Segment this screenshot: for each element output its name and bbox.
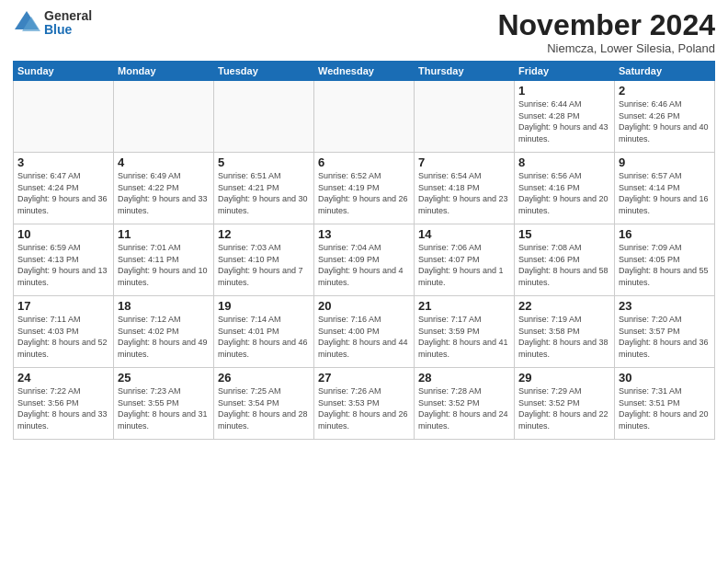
day-number: 30 — [619, 371, 711, 385]
table-row — [415, 81, 515, 153]
day-info: Sunrise: 7:22 AM Sunset: 3:56 PM Dayligh… — [17, 385, 109, 431]
table-row: 11Sunrise: 7:01 AM Sunset: 4:11 PM Dayli… — [114, 224, 214, 296]
day-info: Sunrise: 7:20 AM Sunset: 3:57 PM Dayligh… — [619, 314, 711, 360]
day-number: 23 — [619, 299, 711, 313]
day-info: Sunrise: 7:09 AM Sunset: 4:05 PM Dayligh… — [619, 242, 711, 288]
col-friday: Friday — [515, 62, 615, 81]
day-number: 29 — [518, 371, 610, 385]
col-tuesday: Tuesday — [214, 62, 314, 81]
day-number: 3 — [17, 155, 109, 169]
table-row: 18Sunrise: 7:12 AM Sunset: 4:02 PM Dayli… — [114, 296, 214, 368]
day-number: 19 — [218, 299, 310, 313]
day-info: Sunrise: 6:59 AM Sunset: 4:13 PM Dayligh… — [17, 242, 109, 288]
day-number: 14 — [418, 227, 510, 241]
day-info: Sunrise: 7:06 AM Sunset: 4:07 PM Dayligh… — [418, 242, 510, 288]
calendar: Sunday Monday Tuesday Wednesday Thursday… — [13, 61, 715, 440]
day-number: 7 — [418, 155, 510, 169]
table-row: 28Sunrise: 7:28 AM Sunset: 3:52 PM Dayli… — [415, 368, 515, 440]
table-row: 5Sunrise: 6:51 AM Sunset: 4:21 PM Daylig… — [214, 153, 314, 224]
table-row: 19Sunrise: 7:14 AM Sunset: 4:01 PM Dayli… — [214, 296, 314, 368]
col-wednesday: Wednesday — [314, 62, 415, 81]
table-row: 10Sunrise: 6:59 AM Sunset: 4:13 PM Dayli… — [14, 224, 114, 296]
week-row-3: 17Sunrise: 7:11 AM Sunset: 4:03 PM Dayli… — [14, 296, 715, 368]
day-number: 25 — [118, 371, 210, 385]
table-row — [314, 81, 415, 153]
day-number: 27 — [318, 371, 410, 385]
title-block: November 2024 Niemcza, Lower Silesia, Po… — [497, 9, 715, 55]
day-info: Sunrise: 7:04 AM Sunset: 4:09 PM Dayligh… — [318, 242, 410, 288]
col-saturday: Saturday — [615, 62, 715, 81]
day-number: 6 — [318, 155, 410, 169]
day-info: Sunrise: 7:16 AM Sunset: 4:00 PM Dayligh… — [318, 314, 410, 360]
table-row: 7Sunrise: 6:54 AM Sunset: 4:18 PM Daylig… — [415, 153, 515, 224]
logo: General Blue — [13, 9, 92, 38]
day-info: Sunrise: 7:31 AM Sunset: 3:51 PM Dayligh… — [619, 385, 711, 431]
header: General Blue November 2024 Niemcza, Lowe… — [13, 9, 715, 55]
day-number: 18 — [118, 299, 210, 313]
table-row: 25Sunrise: 7:23 AM Sunset: 3:55 PM Dayli… — [114, 368, 214, 440]
week-row-0: 1Sunrise: 6:44 AM Sunset: 4:28 PM Daylig… — [14, 81, 715, 153]
day-info: Sunrise: 6:57 AM Sunset: 4:14 PM Dayligh… — [619, 170, 711, 216]
day-info: Sunrise: 6:51 AM Sunset: 4:21 PM Dayligh… — [218, 170, 310, 216]
day-info: Sunrise: 6:44 AM Sunset: 4:28 PM Dayligh… — [518, 98, 610, 144]
col-thursday: Thursday — [415, 62, 515, 81]
calendar-header-row: Sunday Monday Tuesday Wednesday Thursday… — [14, 62, 715, 81]
day-number: 1 — [518, 84, 610, 98]
day-number: 4 — [118, 155, 210, 169]
day-number: 17 — [17, 299, 109, 313]
day-number: 26 — [218, 371, 310, 385]
table-row: 23Sunrise: 7:20 AM Sunset: 3:57 PM Dayli… — [615, 296, 715, 368]
day-number: 8 — [518, 155, 610, 169]
table-row: 8Sunrise: 6:56 AM Sunset: 4:16 PM Daylig… — [515, 153, 615, 224]
table-row: 27Sunrise: 7:26 AM Sunset: 3:53 PM Dayli… — [314, 368, 415, 440]
table-row: 9Sunrise: 6:57 AM Sunset: 4:14 PM Daylig… — [615, 153, 715, 224]
table-row: 2Sunrise: 6:46 AM Sunset: 4:26 PM Daylig… — [615, 81, 715, 153]
logo-blue: Blue — [44, 23, 92, 37]
table-row: 17Sunrise: 7:11 AM Sunset: 4:03 PM Dayli… — [14, 296, 114, 368]
day-number: 20 — [318, 299, 410, 313]
day-info: Sunrise: 6:52 AM Sunset: 4:19 PM Dayligh… — [318, 170, 410, 216]
week-row-2: 10Sunrise: 6:59 AM Sunset: 4:13 PM Dayli… — [14, 224, 715, 296]
table-row — [14, 81, 114, 153]
day-info: Sunrise: 6:46 AM Sunset: 4:26 PM Dayligh… — [619, 98, 711, 144]
day-info: Sunrise: 7:23 AM Sunset: 3:55 PM Dayligh… — [118, 385, 210, 431]
day-number: 22 — [518, 299, 610, 313]
day-info: Sunrise: 7:19 AM Sunset: 3:58 PM Dayligh… — [518, 314, 610, 360]
day-info: Sunrise: 7:29 AM Sunset: 3:52 PM Dayligh… — [518, 385, 610, 431]
table-row: 29Sunrise: 7:29 AM Sunset: 3:52 PM Dayli… — [515, 368, 615, 440]
day-info: Sunrise: 7:26 AM Sunset: 3:53 PM Dayligh… — [318, 385, 410, 431]
day-info: Sunrise: 7:17 AM Sunset: 3:59 PM Dayligh… — [418, 314, 510, 360]
logo-text: General Blue — [44, 9, 92, 38]
table-row: 16Sunrise: 7:09 AM Sunset: 4:05 PM Dayli… — [615, 224, 715, 296]
table-row: 13Sunrise: 7:04 AM Sunset: 4:09 PM Dayli… — [314, 224, 415, 296]
table-row: 30Sunrise: 7:31 AM Sunset: 3:51 PM Dayli… — [615, 368, 715, 440]
day-number: 24 — [17, 371, 109, 385]
day-info: Sunrise: 7:03 AM Sunset: 4:10 PM Dayligh… — [218, 242, 310, 288]
week-row-1: 3Sunrise: 6:47 AM Sunset: 4:24 PM Daylig… — [14, 153, 715, 224]
day-number: 15 — [518, 227, 610, 241]
day-number: 5 — [218, 155, 310, 169]
day-info: Sunrise: 7:14 AM Sunset: 4:01 PM Dayligh… — [218, 314, 310, 360]
table-row: 14Sunrise: 7:06 AM Sunset: 4:07 PM Dayli… — [415, 224, 515, 296]
day-info: Sunrise: 6:56 AM Sunset: 4:16 PM Dayligh… — [518, 170, 610, 216]
table-row: 26Sunrise: 7:25 AM Sunset: 3:54 PM Dayli… — [214, 368, 314, 440]
col-monday: Monday — [114, 62, 214, 81]
table-row — [214, 81, 314, 153]
day-number: 21 — [418, 299, 510, 313]
week-row-4: 24Sunrise: 7:22 AM Sunset: 3:56 PM Dayli… — [14, 368, 715, 440]
location-subtitle: Niemcza, Lower Silesia, Poland — [497, 41, 715, 55]
table-row: 24Sunrise: 7:22 AM Sunset: 3:56 PM Dayli… — [14, 368, 114, 440]
day-info: Sunrise: 6:47 AM Sunset: 4:24 PM Dayligh… — [17, 170, 109, 216]
table-row — [114, 81, 214, 153]
table-row: 22Sunrise: 7:19 AM Sunset: 3:58 PM Dayli… — [515, 296, 615, 368]
day-number: 12 — [218, 227, 310, 241]
logo-general: General — [44, 9, 92, 23]
day-number: 13 — [318, 227, 410, 241]
day-info: Sunrise: 7:01 AM Sunset: 4:11 PM Dayligh… — [118, 242, 210, 288]
page: General Blue November 2024 Niemcza, Lowe… — [0, 0, 728, 563]
day-number: 2 — [619, 84, 711, 98]
day-number: 11 — [118, 227, 210, 241]
day-number: 10 — [17, 227, 109, 241]
day-info: Sunrise: 7:12 AM Sunset: 4:02 PM Dayligh… — [118, 314, 210, 360]
day-info: Sunrise: 7:08 AM Sunset: 4:06 PM Dayligh… — [518, 242, 610, 288]
